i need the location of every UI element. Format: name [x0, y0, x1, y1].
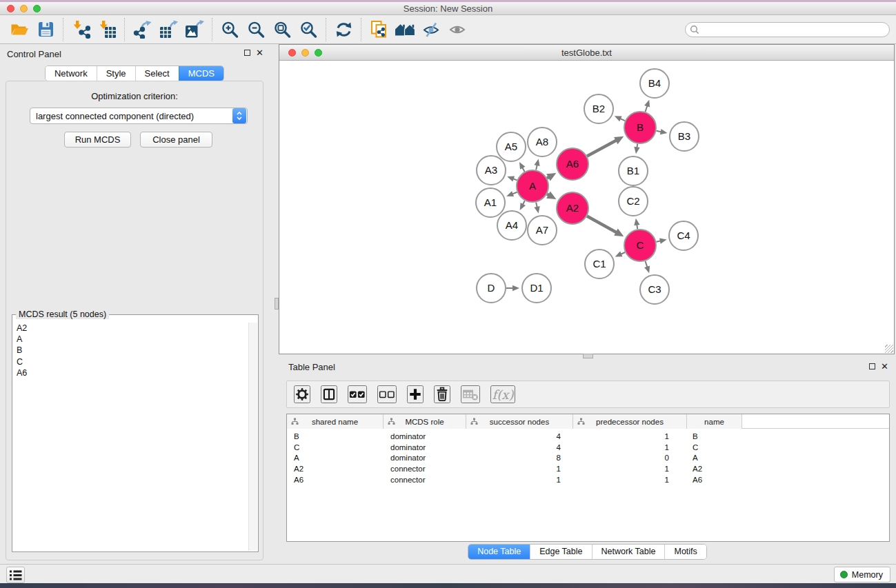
- graph-edge[interactable]: [546, 192, 556, 199]
- graph-edge[interactable]: [634, 219, 639, 230]
- save-session-button[interactable]: [32, 17, 59, 42]
- show-columns-button[interactable]: [321, 385, 337, 403]
- graph-edge[interactable]: [615, 252, 625, 257]
- close-panel-button[interactable]: Close panel: [140, 132, 212, 148]
- table-row[interactable]: Adominator80A: [287, 453, 889, 464]
- graph-node-A4[interactable]: A4: [497, 211, 526, 240]
- column-header-predecessor-nodes[interactable]: predecessor nodes: [573, 414, 687, 429]
- graph-edge[interactable]: [506, 285, 519, 291]
- graph-edge[interactable]: [656, 238, 666, 243]
- graph-node-A8[interactable]: A8: [528, 128, 557, 156]
- graph-node-A2[interactable]: A2: [557, 192, 588, 224]
- delete-columns-button[interactable]: [434, 385, 450, 403]
- graph-node-A5[interactable]: A5: [497, 132, 526, 161]
- criterion-dropdown[interactable]: largest connected component (directed): [30, 108, 248, 124]
- column-header-successor-nodes[interactable]: successor nodes: [466, 414, 573, 429]
- export-network-button[interactable]: [129, 17, 155, 42]
- tab-node-table[interactable]: Node Table: [468, 545, 530, 559]
- graph-edge[interactable]: [587, 136, 624, 156]
- graph-node-A1[interactable]: A1: [476, 188, 505, 217]
- graph-node-A3[interactable]: A3: [477, 156, 506, 185]
- resize-grip[interactable]: [885, 345, 893, 353]
- result-item[interactable]: B: [13, 345, 257, 356]
- add-column-button[interactable]: [407, 385, 424, 403]
- graph-node-B3[interactable]: B3: [670, 122, 699, 151]
- export-image-button[interactable]: [181, 17, 208, 42]
- tab-style[interactable]: Style: [97, 66, 135, 81]
- graph-node-A[interactable]: A: [517, 170, 548, 202]
- graph-edge[interactable]: [644, 100, 650, 112]
- result-scrollbar[interactable]: [248, 323, 257, 551]
- table-row[interactable]: A2connector11A2: [287, 463, 889, 474]
- export-table-button[interactable]: [155, 17, 181, 42]
- graph-edge[interactable]: [506, 191, 517, 196]
- network-canvas[interactable]: AA1A2A3A4A5A6A7A8BB1B2B3B4CC1C2C3C4DD1: [279, 61, 894, 354]
- graph-node-D[interactable]: D: [477, 274, 506, 303]
- run-mcds-button[interactable]: Run MCDS: [64, 132, 131, 148]
- graph-edge[interactable]: [587, 216, 624, 236]
- float-panel-icon[interactable]: [244, 50, 250, 56]
- graph-edge[interactable]: [534, 202, 539, 213]
- table-mode-button[interactable]: [294, 385, 310, 403]
- delete-table-button[interactable]: [461, 385, 480, 403]
- graph-edge[interactable]: [657, 129, 668, 134]
- tab-edge-table[interactable]: Edge Table: [530, 545, 591, 559]
- graph-edge[interactable]: [507, 176, 517, 182]
- tab-network-table[interactable]: Network Table: [592, 545, 665, 559]
- new-network-from-selection-button[interactable]: [366, 17, 392, 42]
- tab-mcds[interactable]: MCDS: [179, 66, 223, 81]
- graph-node-B[interactable]: B: [624, 112, 656, 143]
- zoom-in-button[interactable]: [217, 17, 243, 42]
- close-panel-icon[interactable]: ✕: [881, 363, 888, 370]
- zoom-out-button[interactable]: [243, 17, 269, 42]
- task-history-button[interactable]: [6, 567, 25, 583]
- table-row[interactable]: A6connector11A6: [287, 474, 889, 485]
- graph-edge[interactable]: [644, 261, 650, 273]
- search-input[interactable]: [699, 25, 885, 34]
- network-overview-button[interactable]: [392, 17, 418, 42]
- apply-layout-button[interactable]: [330, 17, 357, 42]
- graph-node-D1[interactable]: D1: [522, 274, 551, 303]
- graph-node-C[interactable]: C: [624, 230, 656, 261]
- tab-motifs[interactable]: Motifs: [664, 545, 706, 559]
- result-item[interactable]: A2: [13, 323, 257, 334]
- graph-node-A6[interactable]: A6: [557, 148, 588, 180]
- import-network-button[interactable]: [68, 17, 94, 42]
- deselect-all-button[interactable]: [377, 385, 397, 403]
- open-session-button[interactable]: [6, 17, 32, 42]
- table-row[interactable]: Bdominator41B: [287, 431, 889, 442]
- search-box[interactable]: [685, 22, 890, 37]
- graph-node-C1[interactable]: C1: [585, 250, 614, 278]
- graph-node-C3[interactable]: C3: [640, 275, 669, 304]
- import-table-button[interactable]: [94, 17, 120, 42]
- function-builder-button[interactable]: f(x): [490, 385, 515, 403]
- graph-node-C4[interactable]: C4: [669, 221, 698, 250]
- zoom-selected-button[interactable]: [295, 17, 321, 42]
- show-graphics-details-button[interactable]: [444, 17, 470, 42]
- graph-edge[interactable]: [534, 159, 539, 170]
- hide-graphics-details-button[interactable]: [418, 17, 444, 42]
- network-window-titlebar[interactable]: testGlobe.txt: [279, 45, 894, 61]
- graph-edge[interactable]: [519, 162, 525, 172]
- memory-button[interactable]: Memory: [834, 567, 890, 582]
- table-row[interactable]: Cdominator41C: [287, 442, 889, 453]
- result-item[interactable]: A6: [13, 367, 257, 378]
- graph-edge[interactable]: [615, 116, 625, 121]
- column-header-name[interactable]: name: [687, 414, 742, 429]
- result-item[interactable]: C: [13, 356, 257, 367]
- float-panel-icon[interactable]: [869, 363, 875, 369]
- column-header-shared-name[interactable]: shared name: [287, 414, 384, 429]
- graph-node-B1[interactable]: B1: [619, 156, 648, 185]
- result-item[interactable]: A: [13, 334, 257, 345]
- graph-node-A7[interactable]: A7: [528, 216, 557, 245]
- graph-edge[interactable]: [634, 144, 639, 154]
- panel-splitter-grip[interactable]: [275, 298, 279, 310]
- column-header-mcds-role[interactable]: MCDS role: [384, 414, 466, 429]
- tab-select[interactable]: Select: [135, 66, 179, 81]
- select-all-button[interactable]: [348, 385, 367, 403]
- panel-splitter-grip[interactable]: [583, 354, 593, 358]
- graph-node-B2[interactable]: B2: [584, 94, 613, 123]
- graph-node-C2[interactable]: C2: [619, 187, 648, 216]
- graph-edge[interactable]: [520, 201, 526, 210]
- zoom-fit-button[interactable]: [269, 17, 295, 42]
